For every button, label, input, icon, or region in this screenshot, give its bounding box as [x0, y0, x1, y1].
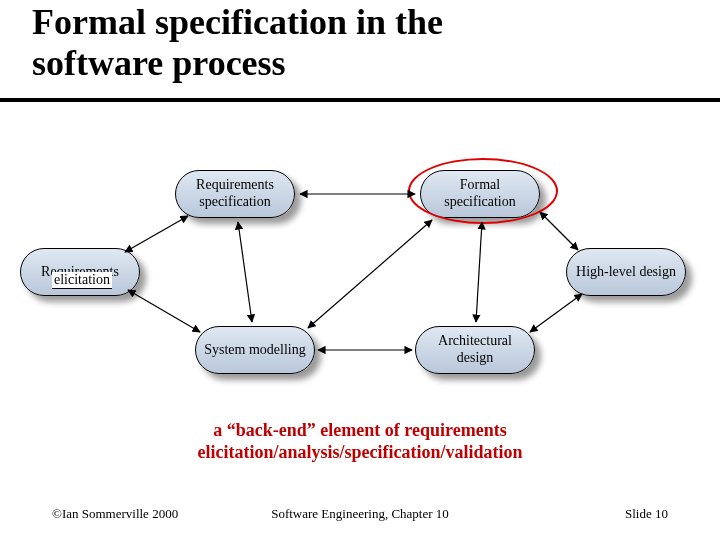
title-underline	[0, 98, 720, 102]
node-requirements-specification: Requirements specification	[175, 170, 295, 218]
svg-line-1	[125, 216, 188, 252]
node-high-level-design: High-level design	[566, 248, 686, 296]
footer-slide-number: Slide 10	[625, 506, 668, 522]
slide: Formal specification in the software pro…	[0, 0, 720, 540]
title-line-2: software process	[32, 43, 286, 83]
node-label: Formal specification	[427, 177, 533, 211]
footer-chapter: Software Engineering, Chapter 10	[0, 506, 720, 522]
title-line-1: Formal specification in the	[32, 2, 443, 42]
node-label: System modelling	[204, 342, 306, 359]
node-label: Requirements specification	[182, 177, 288, 211]
node-label: High-level design	[576, 264, 676, 281]
node-label: Architectural design	[422, 333, 528, 367]
overlay-elicitation-label: elicitation	[52, 272, 112, 289]
svg-line-3	[238, 222, 252, 322]
note-line-2: elicitation/analysis/specification/valid…	[197, 442, 522, 462]
callout-note: a “back-end” element of requirements eli…	[0, 420, 720, 463]
svg-line-7	[540, 212, 578, 250]
svg-line-4	[308, 220, 432, 328]
svg-line-6	[476, 222, 482, 322]
node-architectural-design: Architectural design	[415, 326, 535, 374]
svg-line-8	[530, 294, 582, 332]
page-title: Formal specification in the software pro…	[32, 2, 443, 85]
node-system-modelling: System modelling	[195, 326, 315, 374]
note-line-1: a “back-end” element of requirements	[213, 420, 506, 440]
svg-line-2	[128, 290, 200, 332]
node-formal-specification: Formal specification	[420, 170, 540, 218]
process-diagram: Requirements specification Formal specif…	[0, 150, 720, 410]
